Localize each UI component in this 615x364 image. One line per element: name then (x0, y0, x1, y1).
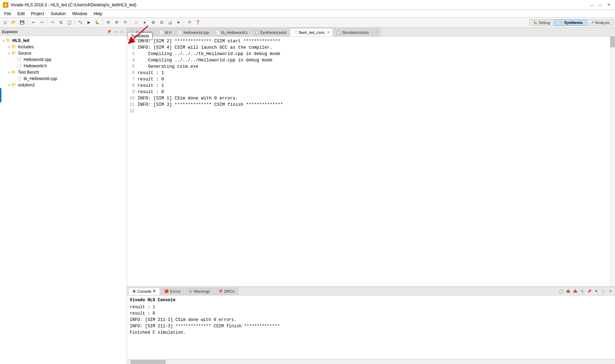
tree-item[interactable]: ∨📁HLS_led (0, 37, 127, 44)
line-content: Generating csim.exe (138, 63, 199, 70)
toolbar-refresh[interactable]: ↻ (121, 19, 129, 26)
bottom-toolbar-btn-0[interactable]: 📋 (558, 288, 564, 295)
code-line: 3 Compiling ../../../tb_Helloworld.cpp i… (127, 51, 610, 57)
console-title: Vivado HLS Console (130, 298, 612, 303)
tree-label: Includes (18, 44, 34, 49)
toolbar-settings[interactable]: ⚙ (104, 19, 112, 26)
tree-label: tb_Helloworld.cpp (24, 76, 57, 81)
toolbar-paste[interactable]: 📋 (66, 19, 73, 26)
editor-scrollbar-right[interactable] (610, 37, 615, 286)
tree-toggle[interactable]: ∨ (7, 71, 11, 74)
tree-item[interactable]: 📄Helloworld.h (0, 63, 127, 69)
maximize-button[interactable]: □ (597, 2, 604, 8)
line-number: 5 (127, 63, 138, 70)
toolbar-copy[interactable]: ⧉ (57, 19, 65, 26)
bottom-toolbar-btn-6[interactable]: □ (600, 288, 607, 295)
tree-item[interactable]: 📄tb_Helloworld.cpp (0, 75, 127, 82)
bottom-tab[interactable]: 🔴Errors (160, 288, 184, 295)
tree-item[interactable]: ∨📁Test Bench (0, 69, 127, 75)
tab-synthesis[interactable]: ⚡ Synthesis (555, 19, 586, 26)
code-line: 5 Generating csim.exe (127, 63, 610, 70)
bottom-tab-icon: 🖥 (132, 289, 136, 293)
tree-item[interactable]: ∨📁solution1 (0, 82, 127, 88)
toolbar-star[interactable]: ★ (175, 19, 182, 26)
tab-analysis[interactable]: ↗ Analysis (587, 19, 614, 26)
line-content: INFO: [SIM 3] ************** CSIM finish… (138, 102, 283, 108)
toolbar-grid[interactable]: ⊞ (149, 19, 157, 26)
editor-tab[interactable]: 📄Helloworld.cpp (175, 28, 212, 36)
toolbar-redo[interactable]: ↪ (38, 19, 45, 26)
tab-close-button[interactable]: ✕ (327, 30, 330, 34)
sidebar-maximize-icon[interactable]: □ (119, 29, 124, 35)
toolbar-dropdown[interactable]: ▼ (141, 19, 148, 26)
bottom-tab-icon: 📌 (218, 289, 223, 293)
toolbar-cycle[interactable]: ⟳ (185, 19, 193, 26)
editor-tab[interactable]: 2 (372, 28, 380, 36)
tab-label: 2 (375, 30, 377, 34)
menu-edit[interactable]: Edit (14, 10, 28, 17)
bottom-toolbar-btn-7[interactable]: ✕ (607, 288, 614, 295)
editor-body[interactable]: 1INFO: [SIM 2] ************** CSIM start… (127, 37, 610, 286)
tree-toggle[interactable]: ∨ (1, 39, 6, 42)
tree-item[interactable]: ∨📁Includes (0, 44, 127, 50)
close-button[interactable]: ✕ (605, 2, 612, 8)
tree-toggle[interactable]: ∨ (7, 45, 11, 49)
toolbar-run[interactable]: ▶ (85, 19, 93, 26)
editor-tab[interactable]: 📄tb_Helloworld.c (213, 28, 251, 36)
line-number: 6 (127, 70, 138, 76)
tab-debug-label: Debug (539, 20, 550, 25)
tree-toggle[interactable]: ∨ (7, 51, 11, 55)
editor-tab[interactable]: 📋Synthesis(solut (251, 28, 290, 36)
line-content: Compiling ../../../tb_Helloworld.cpp in … (138, 51, 280, 57)
bottom-tab-close-button[interactable]: ✕ (153, 289, 156, 293)
bottom-tabs: 🖥Console✕🔴Errors⚠Warnings📌DRCs📋📥📤📎📌▼□✕ (127, 287, 615, 296)
bottom-toolbar-btn-3[interactable]: 📎 (579, 288, 585, 295)
sidebar-minimize-icon[interactable]: — (112, 29, 118, 35)
toolbar-gear2[interactable]: ⚙ (113, 19, 121, 26)
toolbar: 🗋 📂 💾 ↩ ↪ ✂ ⧉ 📋 🔨 ▶ 🐛 ⚙ ⚙ ↻ □ ▼ ⊞ ⊟ 📊 ★ … (0, 18, 615, 28)
menu-help[interactable]: Help (91, 10, 105, 17)
toolbar-help[interactable]: ❓ (194, 19, 202, 26)
bottom-hscrollbar[interactable] (127, 359, 615, 364)
bottom-tab[interactable]: 🖥Console✕ (128, 288, 160, 295)
toolbar-save[interactable]: 💾 (18, 19, 26, 26)
menu-file[interactable]: File (1, 10, 14, 17)
menu-solution[interactable]: Solution (48, 10, 68, 17)
tab-debug[interactable]: 🐛 Debug (529, 19, 554, 26)
line-content: INFO: [SIM 2] ************** CSIM start … (138, 38, 280, 44)
toolbar-debug[interactable]: 🐛 (93, 19, 101, 26)
toolbar-cut[interactable]: ✂ (49, 19, 56, 26)
bottom-tab[interactable]: 📌DRCs (214, 288, 238, 295)
editor-tab[interactable]: 📄ld.h (156, 28, 175, 36)
toolbar-build[interactable]: 🔨 (77, 19, 84, 26)
bottom-tab[interactable]: ⚠Warnings (185, 288, 214, 295)
bottom-toolbar-btn-5[interactable]: ▼ (593, 288, 599, 295)
line-number: 3 (127, 51, 138, 57)
bottom-tab-label: Errors (170, 289, 181, 293)
bottom-toolbar-btn-4[interactable]: 📌 (586, 288, 592, 295)
bottom-toolbar-btn-1[interactable]: 📥 (565, 288, 571, 295)
left-indicator (0, 88, 1, 102)
toolbar-chart[interactable]: 📊 (166, 19, 174, 26)
code-line: 11INFO: [SIM 3] ************** CSIM fini… (127, 102, 610, 108)
toolbar-open[interactable]: 📂 (10, 19, 18, 26)
editor-tab[interactable]: 📋Simulation(solu (333, 28, 372, 36)
editor-tab[interactable]: 📄flash_led_csim.✕ (290, 28, 333, 36)
tree-file-icon: 📄 (17, 63, 23, 68)
toolbar-table[interactable]: ⊟ (158, 19, 165, 26)
toolbar-undo[interactable]: ↩ (29, 19, 37, 26)
toolbar-extra1[interactable]: □ (132, 19, 140, 26)
minimize-button[interactable]: — (588, 2, 595, 8)
bottom-tab-icon: ⚠ (189, 289, 192, 293)
tree-toggle[interactable]: ∨ (7, 83, 11, 87)
toolbar-new[interactable]: 🗋 (1, 19, 9, 26)
line-content: result : 1 (138, 70, 164, 76)
tree-item[interactable]: ∨📁Source (0, 50, 127, 56)
tab-label: ld.h (165, 30, 171, 35)
sidebar-pin-icon[interactable]: 📌 (106, 29, 112, 35)
bottom-toolbar-btn-2[interactable]: 📤 (572, 288, 578, 295)
tree-item[interactable]: 📄Helloworld.cpp (0, 56, 127, 63)
menu-project[interactable]: Project (28, 10, 47, 17)
tree-file-icon: 📄 (17, 57, 23, 62)
menu-window[interactable]: Window (69, 10, 90, 17)
